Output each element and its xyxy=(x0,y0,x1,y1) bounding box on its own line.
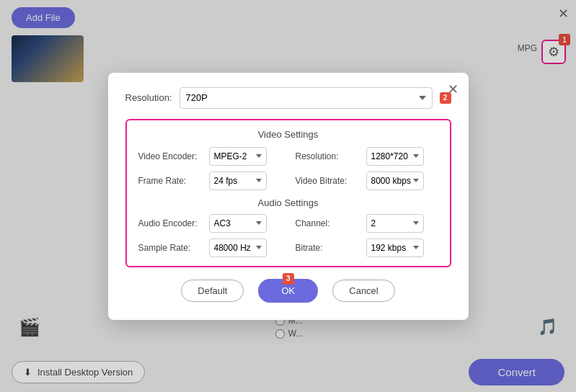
channel-label: Channel: xyxy=(296,218,360,228)
video-bitrate-row: Video Bitrate: 8000 kbps xyxy=(296,172,438,190)
resolution-sub-label: Resolution: xyxy=(296,151,360,161)
audio-encoder-select[interactable]: AC3 xyxy=(209,214,267,233)
frame-rate-row: Frame Rate: 24 fps xyxy=(138,172,281,190)
resolution-row: Resolution: 720P 2 xyxy=(125,87,451,109)
app-background: Add File ✕ MPG 1 ⚙ 🎬 M... W... 🎵 ⬇ Insta xyxy=(0,0,576,392)
default-button[interactable]: Default xyxy=(181,280,244,302)
modal-buttons-row: Default 3 OK Cancel xyxy=(125,279,451,303)
bitrate-select[interactable]: 192 kbps xyxy=(366,239,424,257)
resolution-sub-select[interactable]: 1280*720 xyxy=(366,147,424,166)
settings-box: Video Settings Video Encoder: MPEG-2 Res… xyxy=(125,119,451,267)
resolution-label: Resolution: xyxy=(125,92,172,103)
channel-row: Channel: 2 xyxy=(296,214,438,233)
video-encoder-label: Video Encoder: xyxy=(138,151,203,161)
audio-encoder-label: Audio Encoder: xyxy=(138,218,203,228)
bitrate-label: Bitrate: xyxy=(296,243,360,253)
modal-overlay: ✕ Resolution: 720P 2 Video Settings Vide… xyxy=(0,0,576,392)
video-encoder-row: Video Encoder: MPEG-2 xyxy=(138,147,281,166)
video-settings-title: Video Settings xyxy=(138,129,438,140)
video-encoder-select[interactable]: MPEG-2 xyxy=(209,147,267,166)
frame-rate-label: Frame Rate: xyxy=(138,176,203,186)
sample-rate-label: Sample Rate: xyxy=(138,243,203,253)
badge-3: 3 xyxy=(283,273,294,285)
ok-wrapper: 3 OK xyxy=(258,279,318,303)
bitrate-row: Bitrate: 192 kbps xyxy=(296,239,438,257)
video-bitrate-select[interactable]: 8000 kbps xyxy=(366,172,424,190)
video-settings-grid: Video Encoder: MPEG-2 Resolution: 1280*7… xyxy=(138,147,438,190)
audio-encoder-row: Audio Encoder: AC3 xyxy=(138,214,281,233)
settings-modal: ✕ Resolution: 720P 2 Video Settings Vide… xyxy=(108,73,469,320)
audio-settings-grid: Audio Encoder: AC3 Channel: 2 Sample Rat… xyxy=(138,214,438,257)
resolution-select[interactable]: 720P xyxy=(180,87,433,109)
resolution-sub-row: Resolution: 1280*720 xyxy=(296,147,438,166)
cancel-button[interactable]: Cancel xyxy=(332,280,394,302)
sample-rate-row: Sample Rate: 48000 Hz xyxy=(138,239,281,257)
modal-close-button[interactable]: ✕ xyxy=(448,81,458,97)
sample-rate-select[interactable]: 48000 Hz xyxy=(209,239,267,257)
channel-select[interactable]: 2 xyxy=(366,214,424,233)
audio-settings-title: Audio Settings xyxy=(138,197,438,208)
video-bitrate-label: Video Bitrate: xyxy=(296,176,360,186)
frame-rate-select[interactable]: 24 fps xyxy=(209,172,267,190)
